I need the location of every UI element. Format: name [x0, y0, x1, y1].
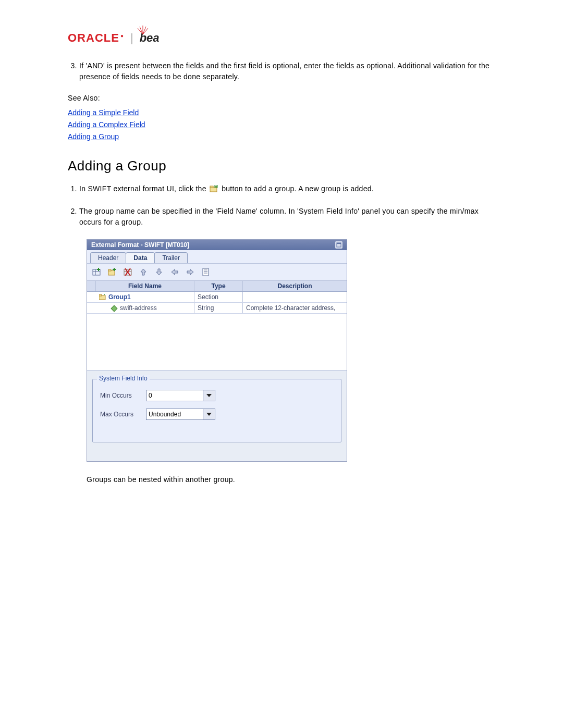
- row-name: swift-address: [120, 304, 157, 312]
- folder-group-icon: *: [99, 294, 106, 300]
- svg-rect-29: [99, 294, 102, 296]
- group-steps-list: In SWIFT external format UI, click the b…: [68, 183, 495, 228]
- tabs-row: Header Data Trailer: [87, 250, 347, 264]
- table-row[interactable]: swift-address String Complete 12-charact…: [87, 303, 347, 314]
- tab-trailer[interactable]: Trailer: [154, 252, 188, 263]
- min-occurs-combo[interactable]: [146, 390, 215, 401]
- col-handle: [87, 281, 96, 291]
- maximize-icon[interactable]: [335, 241, 342, 249]
- link-simple-field[interactable]: Adding a Simple Field: [68, 107, 495, 118]
- page-title: Adding a Group: [68, 158, 495, 174]
- row-desc: Complete 12-character address,: [243, 303, 347, 313]
- svg-rect-11: [337, 243, 341, 244]
- col-type[interactable]: Type: [194, 281, 243, 291]
- max-occurs-input[interactable]: [146, 409, 203, 419]
- diamond-field-icon: [111, 305, 118, 311]
- move-left-icon[interactable]: [168, 266, 181, 278]
- properties-icon[interactable]: [200, 266, 212, 278]
- link-group[interactable]: Adding a Group: [68, 131, 495, 142]
- swift-panel: External Format - SWIFT [MT010] Header D…: [87, 239, 347, 462]
- closing-paragraph: Groups can be nested within another grou…: [87, 474, 495, 485]
- group-step-1: In SWIFT external format UI, click the b…: [79, 183, 495, 194]
- new-table-icon[interactable]: [90, 266, 103, 278]
- logo-row: ORACLE● | bea: [68, 31, 495, 45]
- grid: Field Name Type Description * Group1 Sec…: [87, 281, 347, 371]
- see-also-label: See Also:: [68, 94, 495, 102]
- svg-rect-17: [108, 269, 111, 271]
- chevron-down-icon[interactable]: [203, 390, 215, 401]
- move-up-icon[interactable]: [137, 266, 150, 278]
- svg-marker-31: [111, 305, 117, 312]
- add-group-toolbar-icon[interactable]: [106, 266, 118, 278]
- oracle-dot-icon: ●: [120, 33, 124, 39]
- intro-steps-list: If 'AND' is present between the fields a…: [68, 60, 495, 82]
- table-row[interactable]: * Group1 Section: [87, 292, 347, 303]
- svg-line-4: [143, 28, 148, 34]
- svg-line-1: [140, 27, 143, 34]
- min-occurs-label: Min Occurs: [100, 392, 141, 399]
- grid-body: * Group1 Section swift-address String Co…: [87, 292, 347, 370]
- row-type: Section: [194, 292, 243, 302]
- col-field-name[interactable]: Field Name: [96, 281, 194, 291]
- logo-divider: |: [130, 31, 133, 45]
- move-right-icon[interactable]: [184, 266, 197, 278]
- panel-titlebar: External Format - SWIFT [MT010]: [87, 240, 347, 250]
- svg-marker-32: [206, 394, 212, 397]
- tab-header[interactable]: Header: [90, 252, 126, 263]
- grid-header: Field Name Type Description: [87, 281, 347, 292]
- oracle-logo: ORACLE●: [68, 31, 124, 45]
- panel-title: External Format - SWIFT [MT010]: [91, 241, 189, 249]
- svg-marker-15: [97, 268, 100, 271]
- svg-rect-24: [203, 268, 209, 276]
- chevron-down-icon[interactable]: [203, 409, 215, 419]
- intro-step-3: If 'AND' is present between the fields a…: [79, 60, 495, 82]
- delete-icon[interactable]: [121, 266, 134, 278]
- row-name: Group1: [108, 293, 131, 301]
- min-occurs-input[interactable]: [146, 390, 203, 401]
- system-field-legend: System Field Info: [97, 375, 150, 382]
- max-occurs-label: Max Occurs: [100, 411, 141, 418]
- max-occurs-combo[interactable]: [146, 409, 215, 420]
- link-complex-field[interactable]: Adding a Complex Field: [68, 119, 495, 130]
- tab-data[interactable]: Data: [126, 252, 155, 263]
- group-step-2: The group name can be specified in the '…: [79, 206, 495, 228]
- bea-burst-icon: [136, 25, 150, 35]
- add-group-icon: [210, 184, 218, 192]
- col-description[interactable]: Description: [243, 281, 347, 291]
- oracle-text: ORACLE: [68, 31, 119, 44]
- toolbar: [87, 264, 347, 281]
- move-down-icon[interactable]: [153, 266, 165, 278]
- row-type: String: [194, 303, 243, 313]
- svg-line-3: [143, 27, 146, 34]
- svg-line-0: [138, 28, 143, 34]
- svg-marker-33: [206, 413, 212, 416]
- svg-rect-6: [210, 186, 213, 188]
- bea-logo: bea: [140, 31, 160, 45]
- row-desc: [243, 295, 347, 299]
- system-field-info-group: System Field Info Min Occurs Max Occurs: [92, 379, 341, 442]
